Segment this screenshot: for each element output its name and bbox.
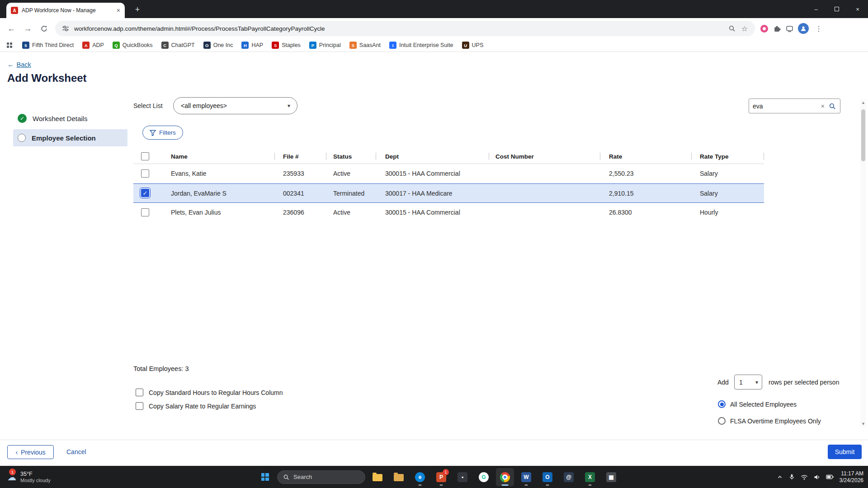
taskbar-app-calculator[interactable]: ▦ [602,468,620,486]
bookmark-saasant[interactable]: SSaasAnt [349,42,381,49]
submit-button[interactable]: Submit [828,445,862,459]
option-checkbox[interactable] [136,402,143,410]
cell-file: 236096 [283,203,326,222]
table-row-selected[interactable]: ✓ Jordan, EvaMarie S 002341 Terminated 3… [133,183,764,203]
clear-search-icon[interactable]: × [821,103,825,110]
battery-icon[interactable] [826,474,834,480]
minimize-button[interactable]: – [806,0,826,18]
bookmark-favicon: U [462,42,469,49]
radio-unselected-icon[interactable] [718,417,726,425]
filters-button[interactable]: Filters [142,126,183,140]
profile-avatar[interactable] [798,23,809,34]
bookmark-favicon: P [309,42,316,49]
taskbar-clock[interactable]: 11:17 AM 3/24/2026 [840,470,863,483]
copy-standard-hours-option[interactable]: Copy Standard Hours to Regular Hours Col… [136,389,283,396]
search-icon[interactable] [828,102,836,110]
taskbar-app-chrome[interactable] [496,468,514,486]
column-separator [376,153,376,160]
row-checkbox-checked[interactable]: ✓ [141,189,149,197]
volume-icon[interactable] [813,474,821,481]
pinned-extension-icon[interactable] [760,25,768,33]
scroll-up-arrow[interactable]: ▲ [860,99,866,106]
bookmark-principal[interactable]: PPrincipal [309,42,341,49]
chevron-left-icon: ‹ [15,449,18,456]
row-checkbox[interactable] [141,169,149,178]
taskbar-app-word[interactable]: W [517,468,535,486]
browser-windows-icon[interactable] [785,24,793,33]
bookmark-quickbooks[interactable]: QQuickBooks [113,42,153,49]
cell-rate: 2,910.15 [609,184,686,203]
taskbar-app-outlook[interactable]: O [538,468,557,486]
copy-salary-rate-option[interactable]: Copy Salary Rate to Regular Earnings [136,402,256,410]
outlook-icon: O [542,472,552,482]
new-tab-button[interactable]: + [132,4,143,15]
taskbar-app-dark[interactable]: ▪ [453,468,472,486]
wifi-icon[interactable] [801,474,808,481]
url-text[interactable]: workforcenow.adp.com/theme/admin.html#/P… [74,25,723,32]
taskbar-search[interactable]: Search [277,470,365,484]
maximize-button[interactable] [826,0,847,18]
browser-tab[interactable]: A ADP Workforce Now - Manage × [6,3,125,18]
radio-flsa-overtime-only[interactable]: FLSA Overtime Employees Only [718,417,821,425]
column-separator [489,153,489,160]
back-nav-button[interactable]: ← [4,21,19,36]
hidden-icons-chevron[interactable] [777,474,783,480]
employee-search[interactable]: × [749,99,840,113]
scroll-down-arrow[interactable]: ▼ [860,421,866,427]
bookmark-staples[interactable]: SStaples [272,42,301,49]
start-button[interactable] [256,468,274,486]
radio-all-selected-employees[interactable]: All Selected Employees [718,400,797,408]
bookmark-chatgpt[interactable]: CChatGPT [161,42,195,49]
scrollbar-thumb[interactable] [861,109,865,161]
back-link[interactable]: ← Back [7,61,31,68]
bookmark-intuit-enterprise-suite[interactable]: IIntuit Enterprise Suite [389,42,453,49]
taskbar-app-grammarly[interactable]: G [475,468,493,486]
content-scrollbar[interactable]: ▲ ▼ [860,99,866,427]
bookmark-adp[interactable]: AADP [82,42,104,49]
step-worksheet-details[interactable]: ✓ Worksheet Details [13,109,127,127]
zoom-icon[interactable] [728,24,736,33]
windows-logo-icon [261,473,269,481]
select-all-checkbox[interactable] [141,152,149,160]
previous-button[interactable]: ‹ Previous [7,445,54,459]
column-separator [691,153,692,160]
cancel-link[interactable]: Cancel [66,448,86,455]
bookmark-one-inc[interactable]: OOne Inc [203,42,233,49]
time-text: 11:17 AM [840,470,863,477]
site-settings-icon[interactable] [61,24,70,33]
close-window-button[interactable]: × [847,0,868,18]
column-header-status: Status [333,149,378,164]
forward-nav-button[interactable]: → [20,21,35,36]
table-row[interactable]: Plets, Evan Julius 236096 Active 300015 … [133,203,764,222]
column-header-name: Name [171,149,273,164]
table-row[interactable]: Evans, Katie 235933 Active 300015 - HAA … [133,164,764,183]
taskbar-app-folder[interactable] [390,468,408,486]
taskbar-weather-widget[interactable]: ☁ 1 35°F Mostly cloudy [3,466,55,488]
column-separator [274,153,275,160]
browser-menu-icon[interactable]: ⋮ [813,24,824,33]
search-input[interactable] [753,103,817,110]
row-checkbox[interactable] [141,208,149,216]
taskbar-app-edge[interactable]: e [411,468,429,486]
taskbar-app-powerpoint[interactable]: P1 [432,468,450,486]
url-bar[interactable]: workforcenow.adp.com/theme/admin.html#/P… [55,21,755,36]
bookmark-hap[interactable]: HHAP [241,42,263,49]
radio-selected-icon[interactable] [718,400,726,408]
option-checkbox[interactable] [136,389,143,396]
bookmark-star-icon[interactable]: ☆ [741,24,749,33]
extensions-puzzle-icon[interactable] [773,24,781,33]
bookmarks-apps-icon[interactable] [5,41,14,49]
microphone-icon[interactable] [788,474,795,480]
taskbar-app-mail[interactable]: @ [560,468,578,486]
bookmark-fifth-third-direct[interactable]: 5Fifth Third Direct [22,42,74,49]
reload-button[interactable] [36,21,52,36]
tab-close-icon[interactable]: × [117,7,120,14]
taskbar-app-excel[interactable]: X [581,468,599,486]
bookmark-favicon: C [161,42,169,49]
column-header-file: File # [283,149,326,164]
bookmark-ups[interactable]: UUPS [462,42,484,49]
select-list-dropdown[interactable]: <all employees> ▾ [173,97,297,114]
rows-per-person-dropdown[interactable]: 1 ▾ [734,375,762,389]
step-employee-selection[interactable]: Employee Selection [13,129,127,146]
taskbar-app-file-explorer[interactable] [368,468,387,486]
